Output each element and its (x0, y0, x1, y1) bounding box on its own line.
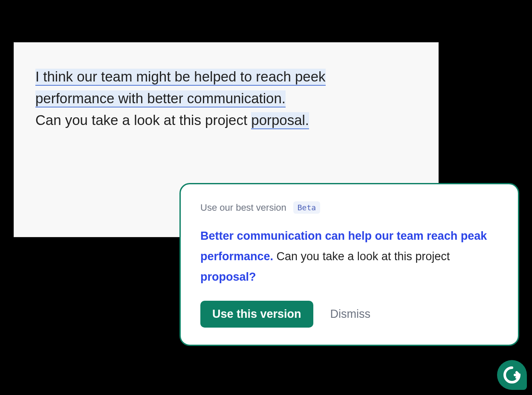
suggestion-rewrite-part-2: proposal? (200, 270, 256, 283)
beta-badge: Beta (293, 201, 320, 214)
editor-text-content[interactable]: I think our team might be helped to reac… (35, 66, 417, 131)
dismiss-button[interactable]: Dismiss (330, 308, 371, 321)
highlighted-text-line-2: performance with better communication. (35, 90, 286, 107)
suggestion-card: Use our best version Beta Better communi… (179, 183, 519, 346)
grammarly-logo-badge[interactable] (497, 360, 527, 390)
suggestion-card-actions: Use this version Dismiss (200, 301, 498, 328)
use-this-version-button[interactable]: Use this version (200, 301, 313, 328)
grammarly-logo-shape (497, 360, 527, 390)
suggestion-header-title: Use our best version (200, 202, 286, 213)
suggestion-plain-middle: Can you take a look at this project (273, 250, 450, 263)
grammarly-g-icon (502, 365, 522, 385)
highlighted-error-word: porposal. (251, 112, 309, 129)
suggestion-card-header: Use our best version Beta (200, 201, 498, 214)
highlighted-text-line-1: I think our team might be helped to reac… (35, 69, 326, 86)
suggestion-body-text: Better communication can help our team r… (200, 226, 498, 287)
plain-text-prefix: Can you take a look at this project (35, 112, 251, 128)
